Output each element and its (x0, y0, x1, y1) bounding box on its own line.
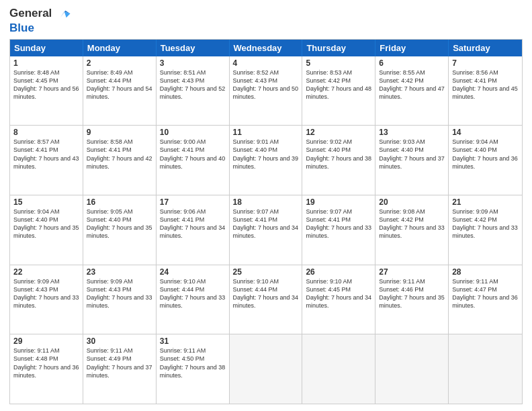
calendar-cell: 30Sunrise: 9:11 AMSunset: 4:49 PMDayligh… (83, 334, 157, 404)
day-number: 9 (87, 128, 152, 137)
day-number: 16 (87, 197, 152, 207)
calendar-cell: 22Sunrise: 9:09 AMSunset: 4:43 PMDayligh… (10, 265, 83, 334)
calendar-cell: 9Sunrise: 8:58 AMSunset: 4:41 PMDaylight… (83, 126, 157, 195)
day-info: Sunrise: 9:06 AMSunset: 4:41 PMDaylight:… (160, 208, 226, 240)
day-info: Sunrise: 9:01 AMSunset: 4:40 PMDaylight:… (233, 138, 299, 171)
calendar-cell: 13Sunrise: 9:03 AMSunset: 4:40 PMDayligh… (375, 126, 449, 195)
day-info: Sunrise: 9:07 AMSunset: 4:41 PMDaylight:… (306, 208, 371, 240)
day-info: Sunrise: 9:00 AMSunset: 4:41 PMDaylight:… (160, 138, 226, 171)
day-number: 7 (452, 58, 519, 68)
day-info: Sunrise: 9:11 AMSunset: 4:46 PMDaylight:… (379, 277, 445, 310)
day-info: Sunrise: 8:48 AMSunset: 4:45 PMDaylight:… (13, 68, 79, 101)
day-number: 3 (160, 58, 226, 68)
calendar-cell: 10Sunrise: 9:00 AMSunset: 4:41 PMDayligh… (157, 126, 230, 195)
calendar-cell: 3Sunrise: 8:51 AMSunset: 4:43 PMDaylight… (157, 56, 230, 126)
day-info: Sunrise: 9:11 AMSunset: 4:50 PMDaylight:… (160, 347, 226, 379)
day-info: Sunrise: 9:02 AMSunset: 4:40 PMDaylight:… (306, 138, 371, 171)
day-number: 28 (452, 267, 519, 277)
day-number: 21 (452, 197, 519, 207)
day-number: 24 (160, 267, 226, 277)
calendar-cell: 24Sunrise: 9:10 AMSunset: 4:44 PMDayligh… (157, 265, 230, 334)
header: General Blue (9, 7, 523, 35)
calendar-cell: 21Sunrise: 9:09 AMSunset: 4:42 PMDayligh… (449, 195, 522, 265)
calendar-cell: 28Sunrise: 9:11 AMSunset: 4:47 PMDayligh… (449, 265, 522, 334)
header-day-friday: Friday (375, 40, 449, 56)
header-day-wednesday: Wednesday (230, 40, 303, 56)
day-info: Sunrise: 9:04 AMSunset: 4:40 PMDaylight:… (452, 138, 519, 171)
calendar-cell: 16Sunrise: 9:05 AMSunset: 4:40 PMDayligh… (83, 195, 157, 265)
day-number: 30 (87, 336, 152, 346)
calendar-row-1: 1Sunrise: 8:48 AMSunset: 4:45 PMDaylight… (10, 56, 522, 126)
header-day-monday: Monday (83, 40, 157, 56)
calendar-cell: 12Sunrise: 9:02 AMSunset: 4:40 PMDayligh… (302, 126, 375, 195)
calendar-cell: 18Sunrise: 9:07 AMSunset: 4:41 PMDayligh… (230, 195, 303, 265)
day-info: Sunrise: 8:53 AMSunset: 4:42 PMDaylight:… (306, 68, 371, 101)
day-number: 26 (306, 267, 371, 277)
day-number: 17 (160, 197, 226, 207)
logo-blue: Blue (9, 21, 71, 35)
header-day-thursday: Thursday (302, 40, 375, 56)
logo-general: General (9, 7, 52, 19)
calendar-row-2: 8Sunrise: 8:57 AMSunset: 4:41 PMDaylight… (10, 125, 522, 195)
day-number: 31 (160, 336, 226, 346)
day-number: 25 (233, 267, 299, 277)
header-day-saturday: Saturday (449, 40, 522, 56)
calendar-row-5: 29Sunrise: 9:11 AMSunset: 4:48 PMDayligh… (10, 334, 522, 404)
day-number: 6 (379, 58, 445, 68)
day-number: 15 (13, 197, 79, 207)
calendar-cell (449, 334, 522, 404)
calendar-cell (230, 334, 303, 404)
calendar-cell: 20Sunrise: 9:08 AMSunset: 4:42 PMDayligh… (375, 195, 449, 265)
day-info: Sunrise: 9:11 AMSunset: 4:47 PMDaylight:… (452, 277, 519, 310)
day-info: Sunrise: 9:11 AMSunset: 4:49 PMDaylight:… (87, 347, 152, 379)
day-number: 19 (306, 197, 371, 207)
calendar: SundayMondayTuesdayWednesdayThursdayFrid… (9, 39, 523, 404)
day-info: Sunrise: 9:10 AMSunset: 4:45 PMDaylight:… (306, 277, 371, 310)
calendar-cell: 2Sunrise: 8:49 AMSunset: 4:44 PMDaylight… (83, 56, 157, 126)
day-info: Sunrise: 8:55 AMSunset: 4:42 PMDaylight:… (379, 68, 445, 101)
day-info: Sunrise: 8:52 AMSunset: 4:43 PMDaylight:… (233, 68, 299, 101)
day-info: Sunrise: 8:56 AMSunset: 4:41 PMDaylight:… (452, 68, 519, 101)
calendar-cell: 8Sunrise: 8:57 AMSunset: 4:41 PMDaylight… (10, 126, 83, 195)
calendar-cell: 14Sunrise: 9:04 AMSunset: 4:40 PMDayligh… (449, 126, 522, 195)
day-info: Sunrise: 9:05 AMSunset: 4:40 PMDaylight:… (87, 208, 152, 240)
day-number: 22 (13, 267, 79, 277)
day-info: Sunrise: 8:51 AMSunset: 4:43 PMDaylight:… (160, 68, 226, 101)
calendar-cell: 17Sunrise: 9:06 AMSunset: 4:41 PMDayligh… (157, 195, 230, 265)
day-info: Sunrise: 9:09 AMSunset: 4:43 PMDaylight:… (13, 277, 79, 310)
day-info: Sunrise: 9:04 AMSunset: 4:40 PMDaylight:… (13, 208, 79, 240)
day-number: 20 (379, 197, 445, 207)
calendar-cell: 19Sunrise: 9:07 AMSunset: 4:41 PMDayligh… (302, 195, 375, 265)
day-info: Sunrise: 8:58 AMSunset: 4:41 PMDaylight:… (87, 138, 152, 171)
calendar-cell: 4Sunrise: 8:52 AMSunset: 4:43 PMDaylight… (230, 56, 303, 126)
calendar-cell: 1Sunrise: 8:48 AMSunset: 4:45 PMDaylight… (10, 56, 83, 126)
calendar-cell: 31Sunrise: 9:11 AMSunset: 4:50 PMDayligh… (157, 334, 230, 404)
day-number: 13 (379, 128, 445, 137)
day-number: 12 (306, 128, 371, 137)
calendar-row-4: 22Sunrise: 9:09 AMSunset: 4:43 PMDayligh… (10, 265, 522, 334)
day-info: Sunrise: 9:07 AMSunset: 4:41 PMDaylight:… (233, 208, 299, 240)
calendar-cell: 29Sunrise: 9:11 AMSunset: 4:48 PMDayligh… (10, 334, 83, 404)
calendar-cell: 25Sunrise: 9:10 AMSunset: 4:44 PMDayligh… (230, 265, 303, 334)
day-info: Sunrise: 9:10 AMSunset: 4:44 PMDaylight:… (233, 277, 299, 310)
page: General Blue SundayMondayTuesdayWednesda… (0, 0, 532, 411)
day-info: Sunrise: 9:08 AMSunset: 4:42 PMDaylight:… (379, 208, 445, 240)
calendar-cell: 23Sunrise: 9:09 AMSunset: 4:43 PMDayligh… (83, 265, 157, 334)
day-number: 27 (379, 267, 445, 277)
calendar-cell (375, 334, 449, 404)
calendar-cell: 5Sunrise: 8:53 AMSunset: 4:42 PMDaylight… (302, 56, 375, 126)
calendar-cell: 11Sunrise: 9:01 AMSunset: 4:40 PMDayligh… (230, 126, 303, 195)
day-number: 5 (306, 58, 371, 68)
day-number: 4 (233, 58, 299, 68)
day-number: 23 (87, 267, 152, 277)
day-info: Sunrise: 9:11 AMSunset: 4:48 PMDaylight:… (13, 347, 79, 379)
day-number: 2 (87, 58, 152, 68)
day-info: Sunrise: 8:49 AMSunset: 4:44 PMDaylight:… (87, 68, 152, 101)
calendar-header: SundayMondayTuesdayWednesdayThursdayFrid… (10, 40, 522, 56)
day-info: Sunrise: 9:09 AMSunset: 4:43 PMDaylight:… (87, 277, 152, 310)
day-info: Sunrise: 8:57 AMSunset: 4:41 PMDaylight:… (13, 138, 79, 171)
day-number: 18 (233, 197, 299, 207)
calendar-cell: 7Sunrise: 8:56 AMSunset: 4:41 PMDaylight… (449, 56, 522, 126)
calendar-cell: 6Sunrise: 8:55 AMSunset: 4:42 PMDaylight… (375, 56, 449, 126)
day-number: 10 (160, 128, 226, 137)
